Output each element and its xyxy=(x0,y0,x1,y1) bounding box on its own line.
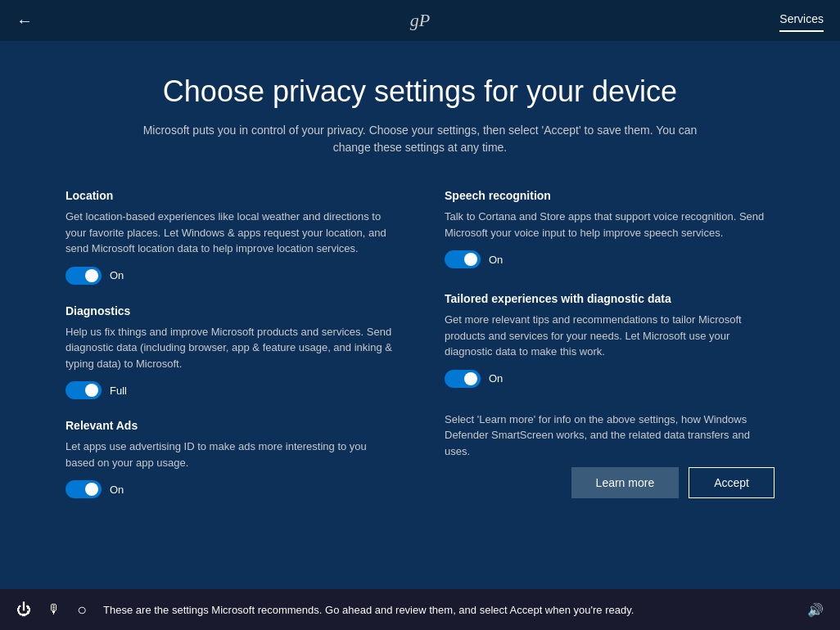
logo: gP xyxy=(410,10,430,31)
diagnostics-toggle[interactable] xyxy=(65,381,102,399)
location-toggle-label: On xyxy=(110,269,124,281)
settings-grid: Location Get location-based experiences … xyxy=(65,189,775,498)
location-title: Location xyxy=(65,189,395,202)
top-nav: Services xyxy=(779,12,824,29)
tailored-desc: Get more relevant tips and recommendatio… xyxy=(445,312,775,360)
back-icon: ← xyxy=(16,11,33,30)
speech-title: Speech recognition xyxy=(445,189,775,202)
speech-desc: Talk to Cortana and Store apps that supp… xyxy=(445,209,775,241)
setting-speech: Speech recognition Talk to Cortana and S… xyxy=(445,189,775,268)
top-bar: ← gP Services xyxy=(0,0,840,41)
relevant-ads-control: On xyxy=(65,480,395,498)
diagnostics-title: Diagnostics xyxy=(65,304,395,317)
volume-icon[interactable]: 🔊 xyxy=(807,602,824,618)
location-desc: Get location-based experiences like loca… xyxy=(65,209,395,257)
tailored-title: Tailored experiences with diagnostic dat… xyxy=(445,292,775,305)
relevant-ads-desc: Let apps use advertising ID to make ads … xyxy=(65,439,395,470)
speech-control: On xyxy=(445,250,775,268)
nav-services[interactable]: Services xyxy=(779,12,824,29)
taskbar-message: These are the settings Microsoft recomme… xyxy=(103,604,791,616)
power-icon[interactable]: ⏻ xyxy=(16,601,31,619)
relevant-ads-toggle[interactable] xyxy=(65,480,102,498)
diagnostics-control: Full xyxy=(65,381,395,399)
learn-more-button[interactable]: Learn more xyxy=(571,467,680,498)
speech-toggle-label: On xyxy=(489,254,503,266)
setting-location: Location Get location-based experiences … xyxy=(65,189,395,285)
action-bar: Learn more Accept xyxy=(445,467,775,498)
relevant-ads-title: Relevant Ads xyxy=(65,419,395,432)
setting-tailored: Tailored experiences with diagnostic dat… xyxy=(445,292,775,388)
tailored-toggle-label: On xyxy=(489,372,503,385)
microphone-icon[interactable]: 🎙 xyxy=(47,602,61,617)
search-icon[interactable]: ○ xyxy=(77,601,87,619)
right-column: Speech recognition Talk to Cortana and S… xyxy=(445,189,775,498)
location-control: On xyxy=(65,267,395,285)
speech-toggle[interactable] xyxy=(445,250,481,268)
relevant-ads-toggle-label: On xyxy=(110,484,124,496)
info-text: Select 'Learn more' for info on the abov… xyxy=(445,412,775,460)
main-content: Choose privacy settings for your device … xyxy=(0,41,840,597)
left-column: Location Get location-based experiences … xyxy=(65,189,395,498)
tailored-toggle[interactable] xyxy=(445,370,481,388)
page-title: Choose privacy settings for your device xyxy=(65,74,775,109)
diagnostics-toggle-label: Full xyxy=(110,385,127,397)
tailored-control: On xyxy=(445,370,775,388)
setting-diagnostics: Diagnostics Help us fix things and impro… xyxy=(65,304,395,400)
back-button[interactable]: ← xyxy=(16,11,33,30)
page-subtitle: Microsoft puts you in control of your pr… xyxy=(133,122,707,156)
location-toggle[interactable] xyxy=(65,267,102,285)
diagnostics-desc: Help us fix things and improve Microsoft… xyxy=(65,324,395,372)
accept-button[interactable]: Accept xyxy=(689,467,775,498)
setting-relevant-ads: Relevant Ads Let apps use advertising ID… xyxy=(65,419,395,498)
taskbar: ⏻ 🎙 ○ These are the settings Microsoft r… xyxy=(0,589,840,630)
info-section: Select 'Learn more' for info on the abov… xyxy=(445,412,775,499)
